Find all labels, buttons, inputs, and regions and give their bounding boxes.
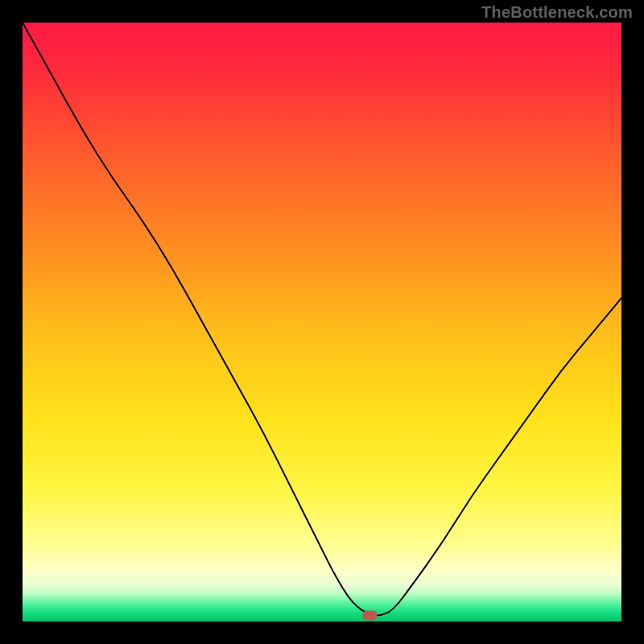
chart-background: [23, 23, 621, 621]
chart-svg: [23, 23, 621, 621]
optimum-marker: [363, 611, 378, 621]
watermark-text: TheBottleneck.com: [481, 3, 633, 22]
bottleneck-chart: [23, 23, 621, 621]
